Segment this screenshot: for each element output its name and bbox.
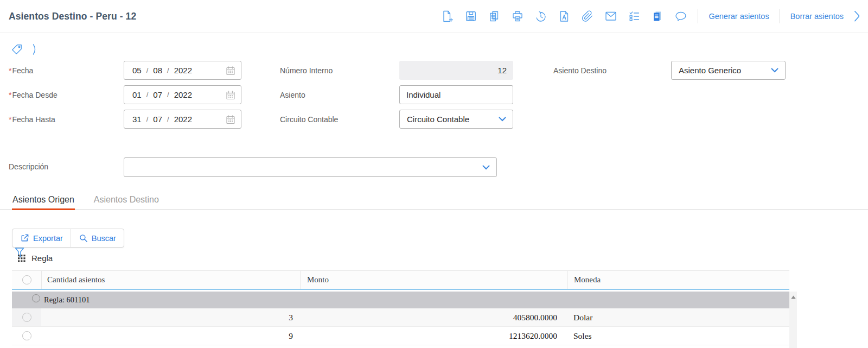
column-header-moneda[interactable]: Moneda bbox=[567, 271, 789, 289]
date-separator: / bbox=[167, 115, 169, 123]
header-toolbar: Generar asientos Borrar asientos bbox=[441, 9, 859, 23]
date-separator: / bbox=[167, 91, 169, 99]
group-by-control[interactable]: Regla bbox=[18, 254, 53, 263]
chevron-down-icon bbox=[771, 68, 778, 73]
top-bar: Asientos Destino - Peru - 12 bbox=[0, 0, 868, 33]
asiento-destino-select[interactable]: Asiento Generico bbox=[671, 61, 786, 80]
exportar-button[interactable]: Exportar bbox=[12, 229, 71, 247]
document-filled-icon[interactable] bbox=[651, 10, 664, 23]
history-icon[interactable] bbox=[534, 10, 547, 23]
table-header-row: Cantidad asientos Monto Moneda bbox=[12, 270, 789, 290]
group-header-row[interactable]: Regla: 601101 bbox=[12, 292, 789, 308]
monto-cell: 1213620.0000 bbox=[300, 331, 567, 341]
asiento-label: Asiento bbox=[280, 91, 305, 99]
row-radio[interactable] bbox=[22, 313, 31, 322]
moneda-cell: Soles bbox=[567, 331, 789, 341]
save-icon[interactable] bbox=[464, 10, 477, 23]
chevron-right-icon bbox=[32, 43, 39, 55]
toolbar-separator bbox=[780, 9, 780, 23]
email-icon[interactable] bbox=[604, 10, 617, 23]
search-icon bbox=[79, 233, 88, 243]
fecha-hasta-date-input[interactable]: 31 / 07 / 2022 bbox=[124, 110, 241, 129]
asientos-destino-page: Asientos Destino - Peru - 12 bbox=[0, 0, 868, 348]
calendar-icon[interactable] bbox=[226, 90, 235, 100]
calendar-icon[interactable] bbox=[226, 66, 235, 75]
table-vertical-scrollbar[interactable] bbox=[789, 292, 797, 348]
checklist-icon[interactable] bbox=[628, 10, 641, 23]
scroll-up-icon[interactable] bbox=[790, 295, 796, 300]
moneda-cell: Dolar bbox=[567, 313, 789, 322]
exportar-label: Exportar bbox=[33, 234, 63, 243]
circuito-contable-select[interactable]: Circuito Contable bbox=[399, 110, 513, 129]
monto-cell: 405800.0000 bbox=[300, 313, 567, 322]
circuito-contable-label: Circuito Contable bbox=[280, 115, 338, 124]
attachment-icon[interactable] bbox=[581, 10, 594, 23]
variant-row bbox=[11, 43, 39, 55]
chevron-down-icon bbox=[482, 165, 490, 170]
add-document-icon[interactable] bbox=[441, 10, 454, 23]
generar-asientos-button[interactable]: Generar asientos bbox=[709, 12, 769, 21]
table-row[interactable]: 9 1213620.0000 Soles bbox=[12, 327, 789, 345]
fecha-hasta-day[interactable]: 31 bbox=[132, 115, 142, 124]
tab-asientos-destino[interactable]: Asientos Destino bbox=[93, 191, 159, 210]
print-icon[interactable] bbox=[511, 10, 524, 23]
tag-icon[interactable] bbox=[11, 43, 23, 55]
fecha-day[interactable]: 05 bbox=[132, 66, 142, 75]
row-select-cell bbox=[12, 331, 41, 340]
required-marker: * bbox=[9, 66, 11, 75]
asiento-destino-label: Asiento Destino bbox=[553, 66, 607, 75]
copy-icon[interactable] bbox=[488, 10, 501, 23]
date-separator: / bbox=[167, 66, 169, 74]
fecha-hasta-year[interactable]: 2022 bbox=[174, 115, 192, 124]
asientos-table: Cantidad asientos Monto Moneda Regla: 60… bbox=[12, 270, 789, 345]
fecha-label: *Fecha bbox=[9, 66, 33, 75]
calendar-icon[interactable] bbox=[226, 115, 235, 124]
column-header-cantidad[interactable]: Cantidad asientos bbox=[41, 271, 300, 289]
date-separator: / bbox=[146, 91, 149, 99]
letter-document-icon[interactable] bbox=[558, 10, 571, 23]
fecha-hasta-label: *Fecha Hasta bbox=[9, 115, 55, 124]
cantidad-cell: 3 bbox=[41, 313, 300, 322]
buscar-label: Buscar bbox=[92, 234, 116, 243]
cantidad-cell: 9 bbox=[41, 331, 300, 341]
descripcion-label: Descripción bbox=[9, 162, 48, 171]
fecha-date-input[interactable]: 05 / 08 / 2022 bbox=[124, 61, 241, 80]
asiento-input[interactable]: Individual bbox=[399, 85, 513, 104]
fecha-desde-label: *Fecha Desde bbox=[9, 91, 58, 99]
column-header-monto[interactable]: Monto bbox=[300, 271, 567, 289]
numero-interno-label: Número Interno bbox=[280, 66, 333, 75]
required-marker: * bbox=[9, 115, 11, 124]
export-icon bbox=[20, 233, 29, 243]
grid-toolbar: Exportar Buscar bbox=[12, 229, 124, 248]
fecha-year[interactable]: 2022 bbox=[174, 66, 192, 75]
fecha-desde-date-input[interactable]: 01 / 07 / 2022 bbox=[124, 85, 241, 104]
date-separator: / bbox=[146, 66, 149, 74]
select-all-radio[interactable] bbox=[22, 275, 31, 284]
group-row-radio[interactable] bbox=[32, 294, 40, 302]
tab-strip: Asientos Origen Asientos Destino bbox=[0, 191, 868, 210]
tab-asientos-origen[interactable]: Asientos Origen bbox=[12, 191, 75, 210]
overflow-chevron-icon[interactable] bbox=[854, 10, 859, 23]
borrar-asientos-button[interactable]: Borrar asientos bbox=[790, 12, 844, 21]
toolbar-separator bbox=[698, 9, 698, 23]
table-row[interactable]: 3 405800.0000 Dolar bbox=[12, 308, 789, 327]
page-title: Asientos Destino - Peru - 12 bbox=[9, 11, 136, 22]
fecha-desde-day[interactable]: 01 bbox=[132, 90, 142, 99]
fecha-desde-year[interactable]: 2022 bbox=[174, 90, 192, 99]
grid-icon bbox=[18, 255, 25, 262]
row-radio[interactable] bbox=[22, 331, 31, 340]
circuito-contable-value: Circuito Contable bbox=[407, 115, 469, 124]
required-marker: * bbox=[9, 91, 11, 99]
group-row-label: Regla: 601101 bbox=[44, 295, 90, 305]
numero-interno-field: 12 bbox=[399, 61, 513, 80]
fecha-hasta-month[interactable]: 07 bbox=[153, 115, 162, 124]
date-separator: / bbox=[146, 115, 149, 123]
descripcion-combobox[interactable] bbox=[124, 157, 497, 177]
fecha-desde-month[interactable]: 07 bbox=[153, 90, 162, 99]
group-by-label: Regla bbox=[31, 254, 53, 263]
buscar-button[interactable]: Buscar bbox=[71, 229, 124, 247]
chevron-down-icon bbox=[499, 117, 506, 122]
comment-icon[interactable] bbox=[674, 10, 687, 23]
asiento-destino-value: Asiento Generico bbox=[679, 66, 741, 75]
fecha-month[interactable]: 08 bbox=[153, 66, 162, 75]
